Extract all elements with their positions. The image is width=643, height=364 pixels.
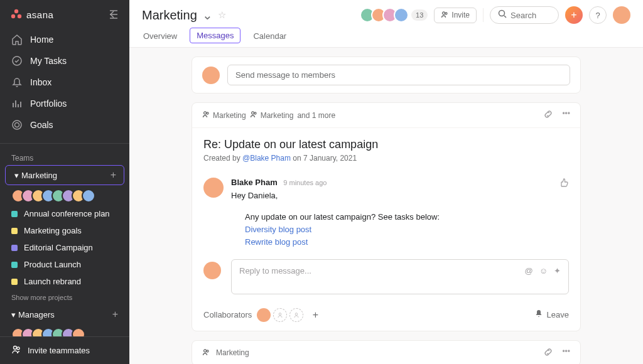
audience-more[interactable]: and 1 more (297, 111, 335, 120)
avatar (202, 67, 220, 84)
project-color-dot (11, 279, 18, 285)
reply-input[interactable]: Reply to message... @ ☺ ✦ (231, 259, 569, 294)
show-more-projects[interactable]: Show more projects (0, 290, 129, 305)
user-avatar[interactable] (613, 6, 630, 24)
empty-avatar-slot[interactable] (289, 308, 303, 322)
add-button[interactable]: + (565, 6, 583, 24)
reply-placeholder: Reply to message... (239, 266, 311, 287)
audience-label: Marketing (261, 111, 294, 120)
tab-messages[interactable]: Messages (190, 28, 240, 43)
svg-point-21 (251, 112, 254, 114)
nav-portfolios[interactable]: Portfolios (0, 93, 129, 114)
link-icon[interactable] (543, 109, 553, 121)
collapse-sidebar-icon[interactable] (108, 9, 119, 20)
sidebar-project[interactable]: Marketing goals (0, 222, 129, 239)
avatar[interactable] (257, 308, 271, 322)
chevron-down-icon[interactable]: ⌄ (202, 8, 213, 23)
team-name: Marketing (21, 171, 57, 180)
main: Marketing ⌄ ☆ 13 Invite (129, 0, 643, 364)
nav-label: My Tasks (30, 56, 67, 66)
leave-button[interactable]: Leave (534, 309, 569, 320)
meta-text: Created by (203, 154, 242, 163)
nav-home[interactable]: Home (0, 29, 129, 50)
nav-goals[interactable]: Goals (0, 114, 129, 136)
sidebar-project[interactable]: Launch rebrand (0, 273, 129, 290)
thread-card[interactable]: Marketing ••• (192, 340, 581, 364)
author-link[interactable]: @Blake Pham (242, 154, 291, 163)
nav-inbox[interactable]: Inbox (0, 72, 129, 93)
home-icon (11, 34, 23, 45)
help-button[interactable]: ? (589, 6, 607, 24)
thread-title: Re: Update on our latest campaign (203, 138, 569, 151)
divider (0, 143, 129, 144)
more-icon[interactable]: ••• (562, 109, 570, 121)
bell-icon (534, 309, 543, 320)
nav-label: Goals (30, 120, 53, 130)
member-avatars[interactable]: 13 (364, 8, 428, 23)
svg-point-11 (13, 120, 21, 129)
team-managers[interactable]: ▾ Managers + (0, 305, 129, 324)
audience-label: Marketing (216, 348, 249, 357)
team-marketing-avatars (0, 185, 129, 205)
tabs: Overview Messages Calendar (142, 28, 630, 47)
search-field[interactable] (511, 11, 548, 20)
people-icon (202, 110, 210, 120)
page-title: Marketing ⌄ ☆ (142, 8, 226, 23)
invite-label: Invite (451, 11, 470, 19)
task-link[interactable]: Rewrite blog post (245, 237, 308, 247)
message-greeting: Hey Daniela, (231, 190, 551, 202)
search-input[interactable] (490, 6, 559, 24)
message-time: 9 minutes ago (283, 179, 327, 186)
header-top: Marketing ⌄ ☆ 13 Invite (142, 0, 630, 24)
task-link[interactable]: Diversity blog post (245, 225, 311, 234)
sidebar-project[interactable]: Editorial Campaign (0, 239, 129, 256)
star-icon[interactable]: ✦ (554, 266, 561, 276)
more-icon[interactable]: ••• (562, 347, 570, 359)
avatar[interactable] (394, 8, 409, 23)
sidebar-project[interactable]: Product Launch (0, 256, 129, 273)
logo-text: asana (26, 9, 53, 20)
target-icon (11, 119, 23, 131)
link-icon[interactable] (543, 347, 553, 359)
svg-point-14 (17, 347, 19, 350)
people-icon (441, 11, 448, 20)
page-title-text: Marketing (142, 8, 197, 23)
add-to-team-icon[interactable]: + (111, 169, 116, 181)
star-icon[interactable]: ☆ (218, 9, 226, 21)
invite-teammates[interactable]: Invite teammates (0, 336, 129, 364)
collaborators-label: Collaborators (203, 310, 252, 319)
check-circle-icon (11, 55, 23, 67)
svg-point-1 (11, 14, 15, 18)
compose-input[interactable]: Send message to members (227, 65, 570, 85)
audience-tag[interactable]: Marketing (202, 110, 246, 120)
svg-line-18 (504, 16, 506, 18)
svg-point-26 (207, 350, 208, 352)
like-icon[interactable] (559, 178, 569, 190)
add-to-team-icon[interactable]: + (112, 309, 118, 320)
bell-icon (11, 77, 23, 88)
compose-card: Send message to members (192, 56, 581, 94)
audience-tag[interactable]: Marketing (250, 110, 294, 120)
emoji-icon[interactable]: ☺ (539, 266, 548, 276)
project-color-dot (11, 245, 18, 251)
member-count[interactable]: 13 (411, 9, 428, 21)
thread-header: Marketing Marketing and 1 more ••• (192, 103, 580, 128)
logo[interactable]: asana (10, 9, 53, 20)
tab-overview[interactable]: Overview (142, 28, 178, 47)
mention-icon[interactable]: @ (525, 266, 533, 276)
nav-my-tasks[interactable]: My Tasks (0, 50, 129, 72)
team-marketing[interactable]: ▾ Marketing + (5, 165, 124, 185)
avatar[interactable] (203, 178, 224, 198)
empty-avatar-slot[interactable] (273, 308, 287, 322)
invite-button[interactable]: Invite (434, 8, 477, 23)
divider (483, 8, 484, 22)
avatar[interactable] (82, 189, 95, 203)
add-collaborator-icon[interactable]: + (308, 308, 322, 322)
nav-label: Inbox (30, 77, 51, 87)
tab-calendar[interactable]: Calendar (252, 28, 288, 47)
content: Send message to members Marketing Market… (129, 48, 643, 364)
audience-tag[interactable]: Marketing (202, 348, 249, 358)
svg-point-0 (14, 9, 18, 13)
sidebar-project[interactable]: Annual conference plan (0, 205, 129, 222)
svg-point-16 (445, 13, 447, 14)
